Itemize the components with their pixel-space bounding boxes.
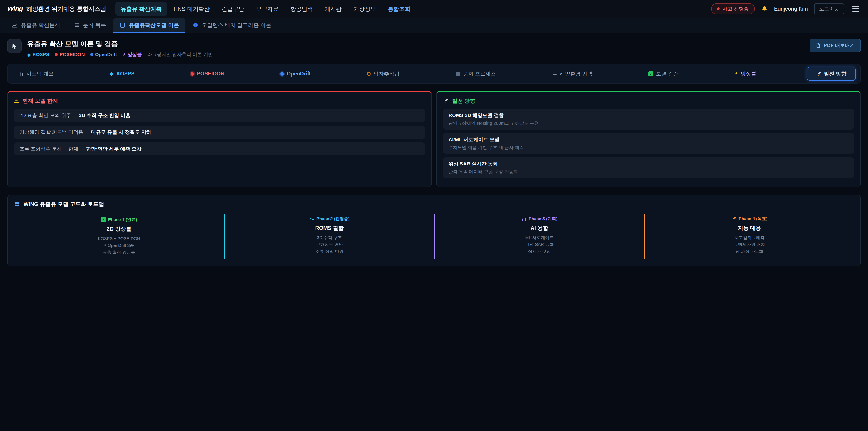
- nav-item-weather-info[interactable]: 기상정보: [348, 2, 381, 16]
- badge-label: OpenDrift: [95, 52, 117, 57]
- badge-label: KOSPS: [33, 52, 49, 57]
- section-item-opendrift[interactable]: OpenDrift: [274, 68, 316, 80]
- wave-icon: [309, 216, 314, 221]
- page-subtitle: 라그랑지안 입자추적 이론 기반: [147, 51, 213, 58]
- section-item-label: 입자추적법: [373, 70, 399, 77]
- phase-line: KOSPS + POSEIDON: [19, 235, 219, 242]
- limitation-item: 조류 조화상수 분해능 한계 → 항만·연안 세부 예측 오차: [14, 143, 425, 155]
- phase-line: 실시간 보정: [439, 248, 640, 255]
- phase-line: 3D 수직 구조: [229, 235, 430, 241]
- warning-icon: ⚠: [14, 98, 19, 104]
- limitation-prefix: 조류 조화상수 분해능 한계 →: [20, 146, 86, 152]
- direction-desc: 관측 유막 데이터 모델 보정 자동화: [448, 168, 848, 175]
- incident-status-badge[interactable]: 사고 진행중: [711, 3, 754, 14]
- phase-title: 자동 대응: [649, 224, 849, 232]
- diamond-icon: ◆: [27, 52, 31, 57]
- nav-item-aerial-search[interactable]: 항공탐색: [285, 2, 318, 16]
- section-item-ensemble[interactable]: ⚡ 앙상블: [728, 67, 762, 81]
- phase-3-label: Phase 3 (계획): [522, 216, 558, 222]
- topnav-right-cluster: 사고 진행중 Eunjeong Kim 로그아웃: [711, 3, 861, 14]
- hamburger-menu-icon[interactable]: [850, 4, 861, 13]
- direction-item: AI/ML 서로게이트 모델 수치모델 학습 기반 수초 내 근사 예측: [443, 133, 854, 154]
- limitation-item: 2D 표층 확산 모의 위주 → 3D 수직 구조 반영 미흡: [14, 109, 425, 122]
- globe-icon: [193, 22, 198, 28]
- page-icon: [7, 39, 22, 53]
- roadmap-panel: WING 유출유 모델 고도화 로드맵 ✓ Phase 1 (완료) 2D 앙상…: [7, 194, 861, 266]
- phase-2-label: Phase 2 (진행중): [309, 216, 350, 222]
- section-item-poseidon[interactable]: POSEIDON: [185, 68, 230, 80]
- section-item-ocean-env-input[interactable]: ☁ 해양환경 입력: [546, 67, 598, 81]
- limitation-bold: 3D 수직 구조 반영 미흡: [79, 113, 131, 118]
- nav-item-hns-atmospheric[interactable]: HNS·대기확산: [168, 2, 215, 16]
- section-item-model-validation[interactable]: ✓ 모델 검증: [643, 67, 684, 81]
- document-model-icon: [120, 22, 125, 28]
- diamond-icon: ◆: [110, 71, 114, 76]
- badge-label: 앙상블: [127, 51, 142, 58]
- panels-row: ⚠ 현재 모델 한계 2D 표층 확산 모의 위주 → 3D 수직 구조 반영 …: [7, 91, 861, 187]
- limitation-prefix: 기상해양 결합 피드백 미적용 →: [20, 129, 91, 135]
- section-item-weathering-process[interactable]: 풍화 프로세스: [450, 67, 502, 81]
- notification-bell-icon[interactable]: [761, 5, 768, 12]
- nav-item-integrated-search[interactable]: 통합조회: [382, 2, 416, 16]
- rocket-icon: [443, 98, 448, 103]
- pdf-export-button[interactable]: PDF 내보내기: [810, 39, 861, 52]
- bar-chart-icon: [18, 71, 24, 76]
- tab-spread-analysis[interactable]: 유출유 확산분석: [5, 18, 67, 33]
- phase-label-text: Phase 2 (진행중): [316, 216, 350, 222]
- phase-label-text: Phase 1 (완료): [108, 217, 137, 223]
- red-dot-icon: [191, 72, 194, 76]
- nav-item-emergency-rescue[interactable]: 긴급구난: [216, 2, 250, 16]
- tab-label: 분석 목록: [83, 22, 106, 29]
- user-name: Eunjeong Kim: [774, 6, 808, 12]
- direction-item: 위성 SAR 실시간 동화 관측 유막 데이터 모델 보정 자동화: [443, 157, 854, 178]
- phase-line: 고해상도 연안: [229, 241, 430, 248]
- pdf-document-icon: [815, 43, 821, 48]
- roadmap-phases: ✓ Phase 1 (완료) 2D 앙상블 KOSPS + POSEIDON +…: [14, 214, 854, 258]
- phase-label-text: Phase 3 (계획): [529, 216, 558, 222]
- green-check-icon: ✓: [648, 71, 653, 76]
- limitation-prefix: 2D 표층 확산 모의 위주 →: [20, 113, 79, 118]
- phase-line: 전 과정 자동화: [649, 248, 849, 255]
- phase-line: 조류 정밀 반영: [229, 248, 430, 255]
- rocket-icon: [816, 71, 822, 76]
- direction-desc: 광역→상세역 Nesting 200m급 고해상도 구현: [448, 120, 848, 126]
- section-item-future-direction[interactable]: 발전 방향: [807, 67, 856, 81]
- tab-label: 오일펜스 배치 알고리즘 이론: [202, 22, 271, 29]
- badge-label: POSEIDON: [60, 52, 85, 57]
- app-brand[interactable]: Wing 해양환경 위기대응 통합시스템: [7, 5, 106, 13]
- top-navigation-bar: Wing 해양환경 위기대응 통합시스템 유출유 확산예측 HNS·대기확산 긴…: [0, 0, 868, 18]
- nav-item-reports[interactable]: 보고자료: [251, 2, 284, 16]
- blue-dot-icon: [90, 53, 93, 56]
- limitations-panel-title: ⚠ 현재 모델 한계: [14, 97, 425, 104]
- tab-spread-model-theory[interactable]: 유출유확산모델 이론: [113, 18, 185, 33]
- section-item-label: OpenDrift: [287, 71, 311, 77]
- tab-analysis-list[interactable]: 분석 목록: [68, 18, 113, 33]
- tab-label: 유출유 확산분석: [21, 22, 60, 29]
- section-item-label: 풍화 프로세스: [463, 70, 496, 77]
- section-item-kosps[interactable]: ◆ KOSPS: [104, 68, 141, 80]
- section-item-particle-tracking[interactable]: 입자추적법: [361, 67, 405, 81]
- app-title: 해양환경 위기대응 통합시스템: [26, 5, 106, 13]
- logout-button[interactable]: 로그아웃: [814, 3, 844, 14]
- section-item-label: 모델 검증: [656, 70, 678, 77]
- nav-item-board[interactable]: 게시판: [319, 2, 347, 16]
- roadmap-phase-1: ✓ Phase 1 (완료) 2D 앙상블 KOSPS + POSEIDON +…: [14, 214, 224, 258]
- current-model-limitations-panel: ⚠ 현재 모델 한계 2D 표층 확산 모의 위주 → 3D 수직 구조 반영 …: [7, 91, 432, 187]
- nav-item-oil-spill-prediction[interactable]: 유출유 확산예측: [115, 2, 167, 16]
- phase-line: ML 서로게이트: [439, 235, 640, 241]
- phase-1-label: ✓ Phase 1 (완료): [101, 217, 137, 223]
- lightning-icon: ⚡: [735, 71, 738, 76]
- main-nav: 유출유 확산예측 HNS·대기확산 긴급구난 보고자료 항공탐색 게시판 기상정…: [115, 2, 416, 16]
- green-check-icon: ✓: [101, 217, 106, 222]
- cursor-arrow-icon: [11, 42, 18, 50]
- roadmap-title-label: WING 유출유 모델 고도화 로드맵: [24, 201, 104, 208]
- section-item-label: 시스템 개요: [26, 70, 54, 77]
- directions-title-label: 발전 방향: [452, 97, 475, 104]
- incident-dot-icon: [717, 7, 720, 10]
- phase-title: 2D 앙상블: [19, 225, 219, 233]
- page-header: 유출유 확산 모델 이론 및 검증 ◆ KOSPS POSEIDON OpenD…: [7, 39, 861, 58]
- ai-chart-icon: [522, 216, 526, 221]
- list-icon: [74, 22, 80, 28]
- section-item-system-overview[interactable]: 시스템 개요: [12, 67, 59, 81]
- tab-oilfence-algorithm-theory[interactable]: 오일펜스 배치 알고리즘 이론: [186, 18, 278, 33]
